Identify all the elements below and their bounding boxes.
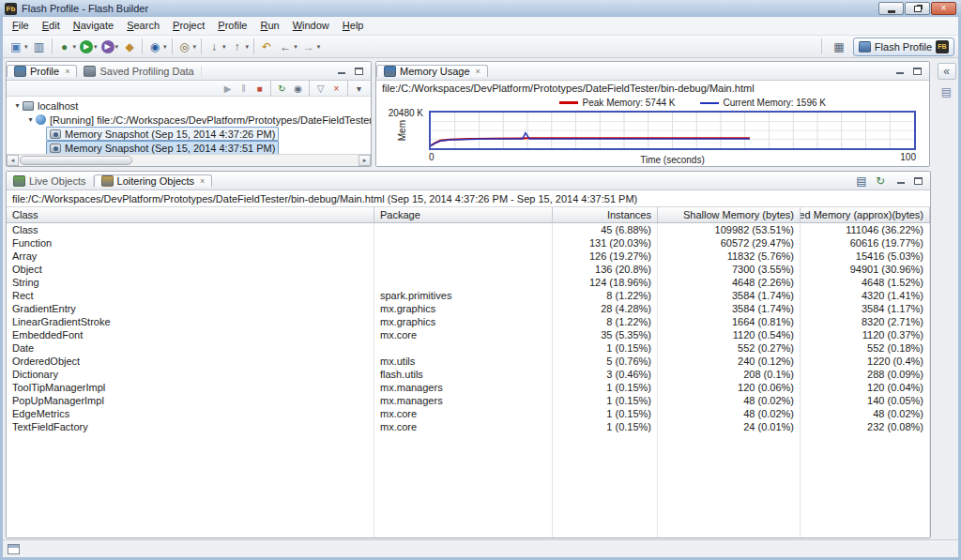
horizontal-scrollbar[interactable]: ◂ ▸ <box>7 154 371 166</box>
new-button[interactable]: ▣▾ <box>7 38 30 56</box>
close-tab-icon[interactable]: × <box>65 67 69 76</box>
table-cell: TextFieldFactory <box>7 420 374 433</box>
column-header-shallow-memory-bytes-[interactable]: Shallow Memory (bytes) <box>658 207 801 223</box>
run-gc-button[interactable]: ↻ <box>274 82 290 96</box>
dropdown-arrow-icon[interactable]: ▾ <box>115 43 119 51</box>
table-row[interactable]: ToolTipManagerImplmx.managers1 (0.15%)12… <box>7 381 930 394</box>
table-row[interactable]: Dictionaryflash.utils3 (0.46%)208 (0.1%)… <box>7 368 930 381</box>
menu-search[interactable]: Search <box>120 17 166 34</box>
scrollbar-thumb[interactable] <box>20 156 132 165</box>
menu-project[interactable]: Project <box>166 17 211 34</box>
close-window-button[interactable]: × <box>931 2 956 15</box>
table-row[interactable]: Function131 (20.03%)60572 (29.47%)60616 … <box>7 236 930 250</box>
maximize-view-button[interactable] <box>352 65 366 77</box>
tree-item-running-app[interactable]: ▾ [Running] file:/C:/Workspaces/DevPlatf… <box>7 113 371 127</box>
table-row[interactable]: Rectspark.primitives8 (1.22%)3584 (1.74%… <box>7 289 930 302</box>
dropdown-arrow-icon[interactable]: ▾ <box>246 43 250 51</box>
table-row[interactable]: LinearGradientStrokemx.graphics8 (1.22%)… <box>7 315 930 328</box>
open-perspective-button[interactable]: ▦ <box>830 38 848 56</box>
menu-window[interactable]: Window <box>286 17 336 34</box>
maximize-view-button[interactable] <box>911 174 925 187</box>
table-row[interactable]: EdgeMetricsmx.core1 (0.15%)48 (0.02%)48 … <box>7 407 930 420</box>
dropdown-arrow-icon[interactable]: ▾ <box>294 43 297 51</box>
filter-button[interactable]: ▽ <box>313 82 328 96</box>
previous-annotation-button[interactable]: ↑▾ <box>228 38 252 56</box>
menu-run[interactable]: Run <box>253 17 285 34</box>
tab-memory-usage[interactable]: Memory Usage× <box>376 65 488 77</box>
restore-window-button[interactable] <box>905 2 930 15</box>
tab-loitering-objects[interactable]: Loitering Objects× <box>94 174 213 187</box>
minimize-view-button[interactable] <box>893 174 908 187</box>
table-row[interactable]: Class45 (6.88%)109982 (53.51%)111046 (36… <box>7 223 930 236</box>
menu-profile[interactable]: Profile <box>211 17 253 34</box>
scroll-right-arrow[interactable]: ▸ <box>358 155 371 166</box>
table-row[interactable]: Date1 (0.15%)552 (0.27%)552 (0.18%) <box>7 341 930 355</box>
forward-button[interactable]: →▾ <box>299 38 323 56</box>
dropdown-arrow-icon[interactable]: ▾ <box>73 43 77 51</box>
tree-item-memory-snapshot-2[interactable]: Memory Snapshot (Sep 15, 2014 4:37:51 PM… <box>7 141 371 154</box>
resume-button[interactable]: ▶ <box>220 82 236 96</box>
tree-item-localhost[interactable]: ▾ localhost <box>7 98 371 113</box>
dropdown-arrow-icon[interactable]: ▾ <box>222 43 226 51</box>
table-row[interactable]: Object136 (20.8%)7300 (3.55%)94901 (30.9… <box>7 263 930 276</box>
table-row[interactable]: String124 (18.96%)4648 (2.26%)4648 (1.52… <box>7 276 930 289</box>
table-row[interactable]: GradientEntrymx.graphics28 (4.28%)3584 (… <box>7 302 930 315</box>
column-header-instances[interactable]: Instances <box>553 207 658 223</box>
tab-saved-profiling-data[interactable]: Saved Profiling Data <box>77 66 201 77</box>
dropdown-arrow-icon[interactable]: ▾ <box>94 43 98 51</box>
flash-profile-perspective-button[interactable]: Flash Profile FB <box>853 38 954 56</box>
view-menu-button[interactable]: ▾ <box>351 82 367 96</box>
column-header-retained-memory-approx-bytes-[interactable]: Retained Memory (approx)(bytes) <box>801 207 930 223</box>
save-button[interactable]: ▥ <box>30 38 49 56</box>
scroll-left-arrow[interactable]: ◂ <box>7 155 19 166</box>
titlebar[interactable]: Fb Flash Profile - Flash Builder × <box>0 0 961 17</box>
minimized-view-button[interactable]: ▤ <box>938 83 956 100</box>
back-button[interactable]: ←▾ <box>276 38 299 56</box>
take-memory-snapshot-button[interactable]: ◉ <box>290 82 306 96</box>
expander-icon[interactable]: ▾ <box>12 101 23 110</box>
dropdown-arrow-icon[interactable]: ▾ <box>24 43 28 51</box>
menu-edit[interactable]: Edit <box>36 17 67 34</box>
minimize-view-button[interactable] <box>892 65 907 77</box>
table-cell: 109982 (53.51%) <box>658 223 801 236</box>
menu-navigate[interactable]: Navigate <box>67 17 120 34</box>
table-row[interactable]: Array126 (19.27%)11832 (5.76%)15416 (5.0… <box>7 250 930 263</box>
minimize-window-button[interactable] <box>878 2 904 15</box>
column-header-package[interactable]: Package <box>374 207 553 223</box>
restore-views-button[interactable]: « <box>938 63 956 80</box>
profile-button[interactable]: ▶▾ <box>99 38 121 56</box>
tab-profile[interactable]: Profile× <box>7 65 77 77</box>
tab-live-objects[interactable]: Live Objects <box>7 175 94 187</box>
close-tab-icon[interactable]: × <box>476 67 480 76</box>
close-tab-icon[interactable]: × <box>200 176 205 186</box>
run-button[interactable]: ▶▾ <box>78 38 99 56</box>
fast-view-icon[interactable] <box>8 544 20 554</box>
debug-button[interactable]: ●▾ <box>55 38 79 56</box>
next-annotation-button[interactable]: ↓▾ <box>205 38 228 56</box>
maximize-view-button[interactable] <box>910 65 924 77</box>
last-edit-location-button[interactable]: ↶ <box>257 38 276 56</box>
table-row[interactable]: TextFieldFactorymx.core1 (0.15%)24 (0.01… <box>7 420 930 433</box>
table-row[interactable]: EmbeddedFontmx.core35 (5.35%)1120 (0.54%… <box>7 328 930 341</box>
table-cell: Array <box>7 250 374 263</box>
suspend-button[interactable]: ‖ <box>236 82 252 96</box>
expander-icon[interactable]: ▾ <box>25 115 36 124</box>
column-header-class[interactable]: Class <box>7 207 374 223</box>
table-row[interactable]: OrderedObjectmx.utils5 (0.76%)240 (0.12%… <box>7 355 930 368</box>
search-button[interactable]: ◎▾ <box>175 38 199 56</box>
menu-file[interactable]: File <box>6 17 36 34</box>
dropdown-arrow-icon[interactable]: ▾ <box>317 43 321 51</box>
minimize-view-button[interactable] <box>334 65 348 77</box>
refresh-button[interactable]: ↻ <box>871 172 890 190</box>
menu-help[interactable]: Help <box>336 17 371 34</box>
export-release-button[interactable]: ◆ <box>120 38 139 56</box>
table-cell: mx.core <box>374 420 553 433</box>
dropdown-arrow-icon[interactable]: ▾ <box>163 43 167 51</box>
tree-item-memory-snapshot-1[interactable]: Memory Snapshot (Sep 15, 2014 4:37:26 PM… <box>7 127 371 141</box>
table-row[interactable]: PopUpManagerImplmx.managers1 (0.15%)48 (… <box>7 394 930 407</box>
terminate-button[interactable]: ■ <box>252 82 267 96</box>
run-web-button[interactable]: ◉▾ <box>145 38 169 56</box>
delete-button[interactable]: × <box>328 82 344 96</box>
dropdown-arrow-icon[interactable]: ▾ <box>193 43 197 51</box>
export-data-button[interactable]: ▤ <box>852 172 871 190</box>
